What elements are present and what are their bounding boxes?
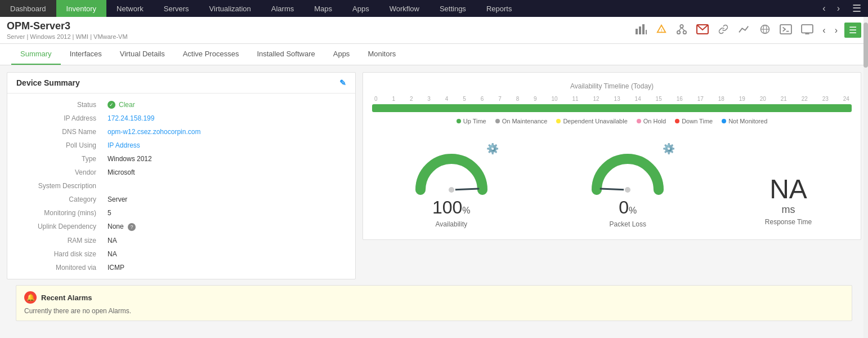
email-icon[interactable] [694, 23, 711, 38]
gauge-settings-icon[interactable]: ⚙️ [486, 143, 499, 155]
alarm-bell-icon: 🔔 [24, 291, 37, 304]
chart-icon[interactable] [633, 23, 649, 38]
field-value-dns[interactable]: opm-w12.csez.zohocorpin.com [103, 125, 355, 139]
nav-virtualization[interactable]: Virtualization [199, 0, 261, 17]
gauge-settings-icon-2[interactable]: ⚙️ [663, 143, 675, 155]
topology-icon[interactable] [674, 23, 690, 38]
header-next-arrow[interactable]: › [833, 24, 840, 37]
field-label: DNS Name [7, 125, 103, 139]
legend-dot-onhold [637, 119, 641, 123]
field-value-poll: IP Address [103, 139, 355, 152]
table-row: Monitoring (mins) 5 [7, 206, 355, 220]
nav-apps[interactable]: Apps [342, 0, 379, 17]
field-label: Vendor [7, 166, 103, 179]
nav-alarms[interactable]: Alarms [261, 0, 304, 17]
field-value-ip[interactable]: 172.24.158.199 [103, 112, 355, 125]
legend-dependent: Dependent Unavailable [556, 118, 627, 124]
recent-alarms-section: 🔔 Recent Alarms Currently there are no o… [16, 285, 852, 321]
svg-rect-2 [642, 24, 645, 34]
device-summary-card: Device Summary ✎ Status Clear [7, 72, 356, 279]
top-nav-right-controls: ‹ › ☰ [817, 0, 868, 17]
help-icon[interactable]: ? [128, 223, 136, 231]
packet-loss-gauge-svg [588, 145, 667, 195]
alarms-body: Currently there are no open Alarms. [24, 307, 844, 315]
link-icon[interactable] [715, 23, 731, 38]
alert-icon[interactable]: ! [654, 23, 669, 38]
field-label: Category [7, 193, 103, 206]
nav-prev-arrow[interactable]: ‹ [817, 0, 831, 17]
scrollbar[interactable] [863, 17, 868, 336]
legend-notmonitored: Not Monitored [722, 118, 767, 124]
nav-dashboard[interactable]: Dashboard [0, 0, 56, 17]
scroll-thumb[interactable] [863, 23, 868, 68]
availability-section: Availability Timeline (Today) 0123456789… [363, 73, 861, 134]
field-label: Monitoring (mins) [7, 206, 103, 220]
field-value-sysdesc [103, 179, 355, 193]
field-label: Status [7, 98, 103, 112]
tab-apps[interactable]: Apps [324, 44, 359, 65]
table-row: Status Clear [7, 98, 355, 112]
tab-virtual-details[interactable]: Virtual Details [111, 44, 174, 65]
globe-icon[interactable] [757, 23, 773, 38]
field-value-monitored-via: ICMP [103, 261, 355, 274]
tab-interfaces[interactable]: Interfaces [61, 44, 111, 65]
table-row: Vendor Microsoft [7, 166, 355, 179]
table-row: System Description [7, 179, 355, 193]
field-label: Type [7, 152, 103, 166]
legend-maintenance: On Maintenance [495, 118, 548, 124]
svg-point-7 [683, 30, 686, 33]
terminal-icon[interactable] [777, 23, 794, 38]
nav-servers[interactable]: Servers [154, 0, 199, 17]
nav-inventory[interactable]: Inventory [56, 0, 106, 17]
monitor-icon[interactable] [799, 23, 816, 38]
tab-installed-software[interactable]: Installed Software [248, 44, 324, 65]
tab-active-processes[interactable]: Active Processes [174, 44, 248, 65]
legend-dot-uptime [457, 119, 461, 123]
field-label: Uplink Dependency [7, 220, 103, 234]
nav-network[interactable]: Network [106, 0, 154, 17]
table-row: DNS Name opm-w12.csez.zohocorpin.com [7, 125, 355, 139]
packet-loss-value: 0% [619, 197, 637, 218]
nav-settings[interactable]: Settings [429, 0, 476, 17]
response-time-unit: ms [782, 204, 795, 216]
device-header: OPM-Server3 Server | Windows 2012 | WMI … [0, 17, 868, 44]
svg-line-9 [682, 28, 684, 30]
availability-gauge-svg [412, 145, 491, 195]
legend-dot-downtime [675, 119, 679, 123]
field-value-category: Server [103, 193, 355, 206]
svg-rect-1 [639, 26, 641, 34]
header-prev-arrow[interactable]: ‹ [820, 24, 827, 37]
svg-line-20 [601, 189, 628, 190]
graph-icon[interactable] [736, 23, 753, 38]
table-row: IP Address 172.24.158.199 [7, 112, 355, 125]
table-row: Poll Using IP Address [7, 139, 355, 152]
device-meta: Server | Windows 2012 | WMI | VMware-VM [7, 33, 128, 40]
nav-maps[interactable]: Maps [304, 0, 342, 17]
svg-rect-0 [636, 29, 638, 34]
nav-next-arrow[interactable]: › [831, 0, 845, 17]
hamburger-icon[interactable]: ☰ [844, 23, 861, 38]
svg-point-21 [624, 186, 631, 193]
recent-alarms-wrapper: 🔔 Recent Alarms Currently there are no o… [0, 279, 868, 336]
table-row: RAM size NA [7, 234, 355, 247]
field-label: Hard disk size [7, 247, 103, 261]
timeline-legend: Up Time On Maintenance Dependent Unavail… [372, 118, 852, 124]
field-label: Monitored via [7, 261, 103, 274]
nav-reports[interactable]: Reports [476, 0, 522, 17]
tab-summary[interactable]: Summary [11, 44, 61, 65]
content-tabs: Summary Interfaces Virtual Details Activ… [0, 44, 868, 65]
table-row: Monitored via ICMP [7, 261, 355, 274]
legend-onhold: On Hold [637, 118, 666, 124]
field-value-type: Windows 2012 [103, 152, 355, 166]
top-navigation: Dashboard Inventory Network Servers Virt… [0, 0, 868, 17]
field-label: IP Address [7, 112, 103, 125]
edit-icon[interactable]: ✎ [339, 78, 346, 87]
field-value-uplink: None ? [103, 220, 355, 234]
tab-monitors[interactable]: Monitors [359, 44, 405, 65]
nav-hamburger-menu[interactable]: ☰ [845, 0, 868, 17]
packet-loss-label: Packet Loss [610, 220, 646, 228]
field-value-vendor: Microsoft [103, 166, 355, 179]
nav-workflow[interactable]: Workflow [379, 0, 429, 17]
field-value-hdd: NA [103, 247, 355, 261]
timeline-hours: 0123456789101112131415161718192021222324 [372, 96, 852, 102]
